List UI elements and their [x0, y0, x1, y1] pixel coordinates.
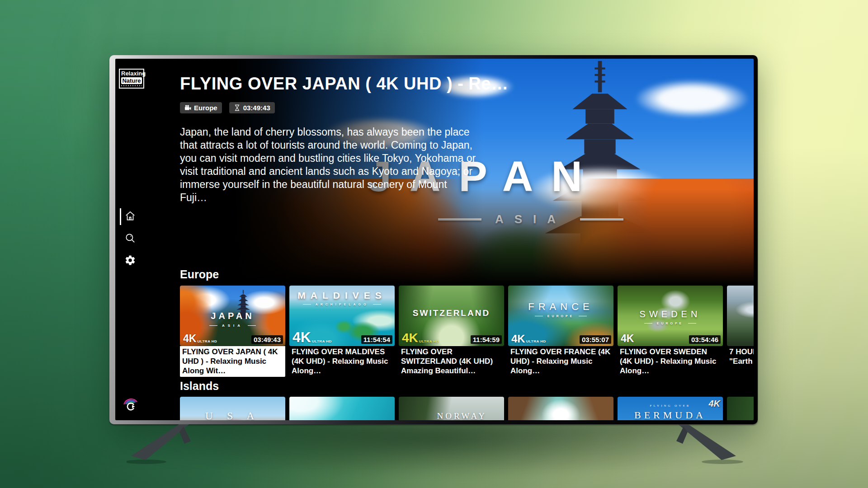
duration-badge: 11:54:59	[471, 335, 502, 344]
4k-watermark: 4K	[621, 334, 635, 343]
video-card-usa[interactable]: U S A	[180, 397, 285, 420]
category-badge: Europe	[180, 102, 222, 113]
4k-watermark: 4KULTRA HD	[292, 331, 332, 343]
tv-screen: JAPAN ASIA Relaxing Nature	[115, 59, 754, 420]
thumb-label: NORWAY	[420, 411, 504, 420]
video-thumbnail[interactable]: MALDIVES ARCHIPELAGO 4KULTRA HD 11:54:54	[289, 286, 395, 346]
video-thumbnail[interactable]: JAPAN ASIA 4KULTRA HD 03:49:43	[180, 286, 285, 346]
video-thumbnail[interactable]: NORWAY	[399, 397, 504, 420]
video-card-switzerland[interactable]: SWITZERLAND 4KULTRA HD 11:54:59 FLYING O…	[399, 286, 504, 377]
carousel-islands: U S A NORWAY	[180, 397, 754, 420]
duration-badge-hero: 03:49:43	[229, 102, 275, 113]
video-card-japan[interactable]: JAPAN ASIA 4KULTRA HD 03:49:43 FLYING OV…	[180, 286, 285, 377]
thumb-label: U S A	[180, 410, 285, 420]
thumb-label: SWITZERLAND	[399, 308, 504, 318]
thumb-label: FRANCE	[508, 301, 613, 313]
duration-badge: 03:49:43	[251, 335, 283, 344]
video-thumbnail[interactable]: SWITZERLAND 4KULTRA HD 11:54:59	[399, 286, 504, 346]
category-badge-label: Europe	[194, 104, 217, 112]
video-thumbnail[interactable]	[727, 397, 754, 420]
row-header-islands: Islands	[180, 380, 219, 393]
row-header-europe: Europe	[180, 268, 219, 281]
video-thumbnail[interactable]: U S A	[180, 397, 285, 420]
app-logo-relaxing-nature: Relaxing Nature	[119, 69, 144, 89]
home-icon	[124, 210, 136, 222]
video-card-jungle[interactable]	[727, 397, 754, 420]
app-logo-line2: Nature	[121, 77, 142, 84]
thumb-sublabel: EUROPE	[618, 322, 723, 325]
4k-watermark: 4KULTRA HD	[402, 333, 439, 343]
thumb-toplabel: FLYING OVER	[618, 404, 723, 408]
4k-watermark: 4KULTRA HD	[511, 334, 546, 343]
video-thumbnail[interactable]: FLYING OVER BERMUDA 4K	[618, 397, 723, 420]
hourglass-icon	[234, 104, 241, 111]
video-card-france[interactable]: FRANCE EUROPE 4KULTRA HD 03:55:07 FLYING…	[508, 286, 613, 377]
metadata-badges: Europe 03:49:43	[180, 102, 275, 113]
video-thumbnail[interactable]: FRANCE EUROPE 4KULTRA HD 03:55:07	[508, 286, 613, 346]
carousel-europe: JAPAN ASIA 4KULTRA HD 03:49:43 FLYING OV…	[180, 286, 754, 377]
video-thumbnail[interactable]: E FI 7 HOU	[727, 286, 754, 346]
video-card-earth-film[interactable]: E FI 7 HOU 7 HOUR "Earth F…	[727, 286, 754, 377]
sidebar-selection-indicator	[120, 208, 121, 225]
sidebar-item-search[interactable]	[124, 232, 136, 244]
video-card-beach[interactable]	[289, 397, 395, 420]
video-thumbnail[interactable]	[508, 397, 613, 420]
duration-badge: 03:54:46	[689, 335, 721, 344]
thumb-sublabel: ASIA	[180, 324, 285, 328]
video-card-maldives[interactable]: MALDIVES ARCHIPELAGO 4KULTRA HD 11:54:54…	[289, 286, 395, 377]
duration-badge-label: 03:49:43	[243, 104, 270, 112]
search-icon	[124, 232, 136, 244]
video-card-fjord-cliffs[interactable]	[508, 397, 613, 420]
video-title: FLYING OVER SWEDEN (4K UHD) - Relaxing M…	[618, 346, 723, 377]
video-card-sweden[interactable]: SWEDEN EUROPE 4K 03:54:46 FLYING OVER SW…	[618, 286, 723, 377]
duration-badge: 03:55:07	[580, 335, 611, 344]
settings-icon	[124, 254, 136, 266]
tv-frame: JAPAN ASIA Relaxing Nature	[109, 55, 758, 424]
sidebar-item-home[interactable]	[124, 210, 136, 222]
desktop-background: JAPAN ASIA Relaxing Nature	[0, 0, 868, 488]
video-thumbnail[interactable]	[289, 397, 395, 420]
thumb-sublabel: ARCHIPELAGO	[289, 303, 395, 306]
page-title: FLYING OVER JAPAN ( 4K UHD ) - Re…	[180, 74, 508, 94]
video-description: Japan, the land of cherry blossoms, has …	[180, 126, 476, 204]
duration-badge: 11:54:54	[361, 335, 392, 344]
sidebar-item-settings[interactable]	[124, 254, 136, 266]
video-title: FLYING OVER FRANCE (4K UHD) - Relaxing M…	[508, 346, 613, 377]
video-title: FLYING OVER JAPAN ( 4K UHD ) - Relaxing …	[180, 346, 285, 377]
thumb-sublabel: EUROPE	[508, 314, 613, 318]
video-thumbnail[interactable]: SWEDEN EUROPE 4K 03:54:46	[618, 286, 723, 346]
thumb-label: BERMUDA	[618, 409, 723, 420]
video-card-norway[interactable]: NORWAY	[399, 397, 504, 420]
video-card-bermuda[interactable]: FLYING OVER BERMUDA 4K	[618, 397, 723, 420]
video-title: FLYING OVER SWITZERLAND (4K UHD) Amazing…	[399, 346, 504, 377]
video-title: 7 HOUR "Earth F…	[727, 346, 754, 367]
video-camera-icon	[184, 104, 191, 111]
video-title: FLYING OVER MALDIVES (4K UHD) - Relaxing…	[289, 346, 395, 377]
app-logo-tagline-bar	[121, 85, 142, 86]
thumb-label: JAPAN	[180, 311, 285, 321]
app-logo-line1: Relaxing	[121, 70, 142, 77]
4k-watermark: 4KULTRA HD	[183, 334, 217, 343]
cast-brand-logo	[122, 397, 140, 415]
thumb-label: MALDIVES	[289, 290, 395, 301]
4k-watermark: 4K	[708, 399, 720, 409]
thumb-label: SWEDEN	[618, 309, 723, 319]
tv-stand-feet	[127, 421, 750, 466]
